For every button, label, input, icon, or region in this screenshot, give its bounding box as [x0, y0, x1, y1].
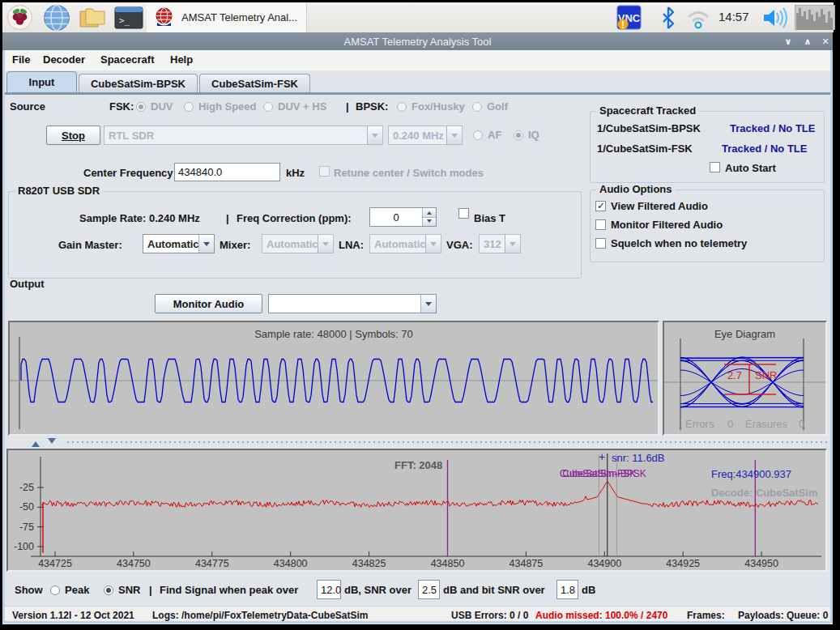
- fft-x-tick-label: 434850: [431, 558, 465, 569]
- radio-duv[interactable]: [136, 102, 146, 112]
- terminal-icon[interactable]: >_: [113, 6, 144, 30]
- radio-duv-hs[interactable]: [263, 102, 273, 112]
- gain-master-combo[interactable]: Automatic: [143, 234, 215, 253]
- fft-y-tick-label: -25: [19, 482, 34, 493]
- raspberry-icon: [7, 5, 32, 30]
- speaker-glyph: [761, 6, 790, 29]
- app-window: AMSAT Telemetry Analysis Tool ∨ ∧ ✕ File…: [2, 32, 833, 624]
- auto-start-checkbox[interactable]: [710, 162, 720, 172]
- taskbar-app-label: AMSAT Telemetry Anal...: [181, 11, 297, 23]
- fft-y-tick-label: -100: [14, 541, 34, 552]
- rate-combo[interactable]: 0.240 MHz: [388, 126, 463, 145]
- mixer-combo[interactable]: Automatic: [262, 234, 334, 253]
- db-text: dB: [582, 584, 595, 596]
- raspberry-menu-icon[interactable]: [7, 5, 32, 30]
- radio-af[interactable]: [473, 130, 483, 140]
- chevron-down-icon: [446, 126, 462, 144]
- spacecraft-tracked-title: Spacecraft Tracked: [596, 104, 699, 117]
- monitor-filtered-audio-checkbox[interactable]: [595, 219, 606, 230]
- waveform-title: Sample rate: 48000 | Symbols: 70: [10, 328, 658, 340]
- retune-checkbox[interactable]: [319, 166, 330, 177]
- device-combo[interactable]: RTL SDR: [104, 126, 383, 145]
- divider-collapse-up-icon[interactable]: [32, 437, 40, 447]
- maximize-button[interactable]: ∧: [801, 35, 814, 48]
- fft-x-tick-label: 434925: [666, 558, 700, 569]
- clock[interactable]: 14:57: [718, 10, 749, 23]
- waveform-panel: Sample rate: 48000 | Symbols: 70: [8, 321, 659, 436]
- window-border-bottom: [2, 621, 833, 624]
- amsat-app-icon: [153, 6, 175, 28]
- radio-high-speed[interactable]: [184, 102, 194, 112]
- view-filtered-audio-checkbox[interactable]: [595, 201, 606, 211]
- spinner-up-icon[interactable]: [423, 208, 436, 217]
- radio-snr[interactable]: [104, 585, 113, 595]
- menu-spacecraft[interactable]: Spacecraft: [100, 53, 154, 66]
- spinner-down-icon[interactable]: [423, 217, 436, 227]
- version-text: Version 1.12l - 12 Oct 2021: [12, 610, 134, 621]
- taskbar-app-button[interactable]: AMSAT Telemetry Anal...: [147, 2, 307, 32]
- bias-t-checkbox[interactable]: [458, 208, 469, 219]
- view-filtered-audio-label: View Filtered Audio: [611, 200, 708, 212]
- output-device-combo[interactable]: [268, 294, 437, 313]
- file-manager-icon[interactable]: [78, 6, 109, 29]
- chevron-down-icon: [318, 235, 333, 253]
- khz-label: kHz: [286, 167, 305, 179]
- tab-cubesatsim-bpsk[interactable]: CubeSatSim-BPSK: [79, 74, 198, 92]
- logs-path: Logs: /home/pi/FoxTelemetryData-CubeSatS…: [152, 610, 369, 621]
- fft-y-tick-label: -75: [19, 521, 34, 533]
- spacecraft-name: 1/CubeSatSim-FSK: [597, 143, 693, 155]
- auto-start-label: Auto Start: [725, 162, 776, 174]
- menubar: File Decoder Spacecraft Help: [2, 50, 833, 71]
- monitor-audio-button[interactable]: Monitor Audio: [155, 294, 262, 313]
- wifi-icon[interactable]: [685, 7, 711, 29]
- audio-options-title: Audio Options: [596, 183, 676, 195]
- source-label: Source: [10, 100, 45, 113]
- vnc-icon[interactable]: VNC !: [616, 4, 642, 31]
- chevron-down-icon: [420, 295, 436, 313]
- window-title: AMSAT Telemetry Analysis Tool: [344, 36, 492, 48]
- radio-af-label: AF: [488, 129, 501, 141]
- shade-button[interactable]: ∨: [782, 35, 795, 48]
- close-button[interactable]: ✕: [819, 35, 832, 48]
- cpu-monitor[interactable]: [795, 5, 835, 30]
- chevron-down-icon: [425, 235, 441, 253]
- radio-fox-husky[interactable]: [397, 102, 407, 112]
- radio-peak[interactable]: [50, 585, 60, 595]
- center-frequency-field[interactable]: 434840.0: [174, 163, 280, 181]
- radio-golf[interactable]: [472, 102, 482, 112]
- svg-text:!: !: [621, 19, 625, 31]
- lna-combo[interactable]: Automatic: [369, 234, 441, 253]
- volume-icon[interactable]: [761, 6, 790, 29]
- web-browser-icon[interactable]: [43, 4, 70, 32]
- squelch-checkbox[interactable]: [595, 238, 606, 249]
- mixer-label: Mixer:: [220, 239, 250, 251]
- titlebar[interactable]: AMSAT Telemetry Analysis Tool: [2, 32, 833, 50]
- spinner-arrows[interactable]: [422, 208, 436, 226]
- stop-button[interactable]: Stop: [46, 126, 100, 145]
- show-separator: |: [149, 584, 152, 596]
- menu-file[interactable]: File: [12, 53, 30, 66]
- freq-annotation: Freq:434900.937: [711, 468, 791, 480]
- split-divider[interactable]: [2, 437, 833, 447]
- tab-input[interactable]: Input: [6, 71, 77, 92]
- tab-cubesatsim-fsk[interactable]: CubeSatSim-FSK: [199, 74, 310, 92]
- window-border-right: [830, 50, 833, 624]
- divider-collapse-down-icon[interactable]: [48, 438, 56, 448]
- peak-threshold-field[interactable]: 12.0: [317, 580, 341, 599]
- show-label: Show: [15, 584, 43, 596]
- snr-threshold-field[interactable]: 2.5: [418, 580, 440, 599]
- menu-decoder[interactable]: Decoder: [43, 53, 85, 66]
- folders-icon: [78, 6, 109, 29]
- lna-label: LNA:: [339, 239, 364, 251]
- vnc-glyph: VNC !: [616, 4, 642, 31]
- radio-duv-hs-label: DUV + HS: [278, 100, 326, 113]
- bluetooth-icon[interactable]: [660, 6, 676, 30]
- divider-dots: [67, 441, 828, 443]
- monitor-audio-label: Monitor Audio: [173, 298, 245, 310]
- radio-iq[interactable]: [514, 130, 523, 140]
- menu-help[interactable]: Help: [170, 53, 193, 66]
- freq-correction-spinner[interactable]: 0: [369, 207, 437, 227]
- queue-count: Queue: 0: [787, 610, 828, 621]
- bit-snr-threshold-field[interactable]: 1.8: [556, 580, 578, 599]
- vga-combo[interactable]: 312: [479, 234, 521, 253]
